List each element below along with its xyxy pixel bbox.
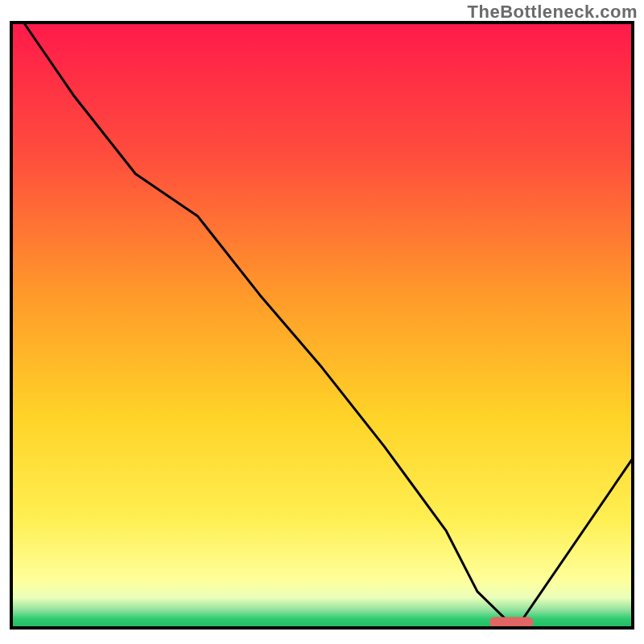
gradient-background: [11, 23, 633, 628]
bottleneck-chart: [0, 0, 644, 644]
optimal-range-marker: [489, 617, 533, 628]
plot-area: [11, 23, 633, 628]
chart-stage: TheBottleneck.com: [0, 0, 644, 644]
